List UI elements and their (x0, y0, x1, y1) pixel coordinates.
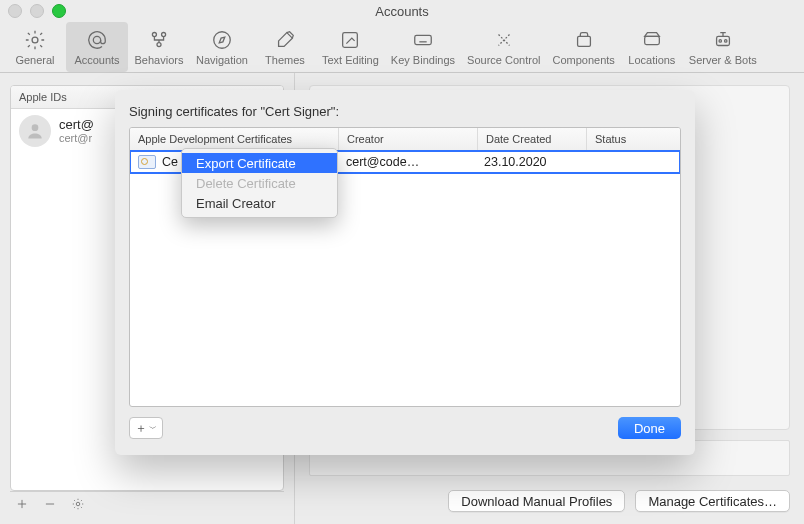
toolbar-label: Behaviors (135, 54, 184, 66)
branch-cross-icon (493, 29, 515, 51)
add-certificate-button[interactable]: ＋ ﹀ (129, 417, 163, 439)
toolbar-label: Source Control (467, 54, 540, 66)
svg-rect-9 (644, 36, 659, 44)
toolbar-components[interactable]: Components (546, 22, 620, 72)
svg-rect-7 (415, 35, 432, 44)
column-header-name[interactable]: Apple Development Certificates (130, 128, 339, 150)
toolbar-label: Components (552, 54, 614, 66)
remove-account-button[interactable] (42, 496, 58, 512)
cert-name-cell: Ce (162, 155, 178, 169)
svg-point-12 (724, 39, 726, 41)
cert-creator-cell: cert@code… (338, 155, 476, 169)
account-primary-label: cert@ (59, 117, 94, 133)
sheet-footer: ＋ ﹀ Done (129, 415, 681, 441)
detail-button-row: Download Manual Profiles Manage Certific… (309, 490, 790, 512)
cert-date-cell: 23.10.2020 (476, 155, 584, 169)
toolbar-label: Locations (628, 54, 675, 66)
toolbar-label: Accounts (74, 54, 119, 66)
text-editing-icon (339, 29, 361, 51)
certificate-icon (138, 155, 156, 169)
sidebar-footer (10, 491, 284, 516)
svg-point-4 (157, 42, 161, 46)
toolbar-source-control[interactable]: Source Control (461, 22, 546, 72)
toolbar-navigation[interactable]: Navigation (190, 22, 254, 72)
toolbar-server-bots[interactable]: Server & Bots (683, 22, 763, 72)
menu-email-creator[interactable]: Email Creator (182, 193, 337, 213)
account-secondary-label: cert@r (59, 132, 94, 145)
manage-certificates-button[interactable]: Manage Certificates… (635, 490, 790, 512)
done-button[interactable]: Done (618, 417, 681, 439)
toolbar-label: Key Bindings (391, 54, 455, 66)
plus-icon: ＋ (135, 420, 147, 437)
svg-point-14 (76, 502, 80, 506)
svg-point-13 (32, 124, 39, 131)
keyboard-icon (412, 29, 434, 51)
behaviors-icon (148, 29, 170, 51)
column-header-creator[interactable]: Creator (339, 128, 478, 150)
paintbrush-icon (274, 29, 296, 51)
menu-delete-certificate: Delete Certificate (182, 173, 337, 193)
svg-point-1 (93, 36, 100, 43)
certificate-context-menu: Export Certificate Delete Certificate Em… (181, 148, 338, 218)
toolbar-label: Text Editing (322, 54, 379, 66)
account-actions-button[interactable] (70, 496, 86, 512)
column-header-status[interactable]: Status (587, 128, 680, 150)
toolbar-themes[interactable]: Themes (254, 22, 316, 72)
signing-certificates-sheet: Signing certificates for "Cert Signer": … (115, 90, 695, 455)
menu-export-certificate[interactable]: Export Certificate (182, 153, 337, 173)
avatar (19, 115, 51, 147)
toolbar-behaviors[interactable]: Behaviors (128, 22, 190, 72)
toolbar-label: Server & Bots (689, 54, 757, 66)
at-sign-icon (86, 29, 108, 51)
package-icon (573, 29, 595, 51)
toolbar-key-bindings[interactable]: Key Bindings (385, 22, 461, 72)
add-account-button[interactable] (14, 496, 30, 512)
toolbar-label: Navigation (196, 54, 248, 66)
disk-icon (641, 29, 663, 51)
column-header-date[interactable]: Date Created (478, 128, 587, 150)
preferences-toolbar: General Accounts Behaviors Navigation Th… (0, 22, 804, 72)
sheet-title: Signing certificates for "Cert Signer": (129, 104, 681, 119)
svg-point-5 (214, 31, 231, 48)
svg-point-11 (719, 39, 721, 41)
toolbar-accounts[interactable]: Accounts (66, 22, 128, 72)
chevron-down-icon: ﹀ (149, 423, 157, 434)
svg-point-0 (32, 37, 38, 43)
toolbar-label: General (15, 54, 54, 66)
toolbar-label: Themes (265, 54, 305, 66)
svg-point-3 (162, 32, 166, 36)
svg-rect-8 (577, 36, 590, 46)
gear-icon (24, 29, 46, 51)
download-manual-profiles-button[interactable]: Download Manual Profiles (448, 490, 625, 512)
compass-icon (211, 29, 233, 51)
titlebar: Accounts (0, 0, 804, 22)
robot-icon (712, 29, 734, 51)
window-title: Accounts (0, 4, 804, 19)
svg-point-2 (152, 32, 156, 36)
toolbar-locations[interactable]: Locations (621, 22, 683, 72)
toolbar-text-editing[interactable]: Text Editing (316, 22, 385, 72)
toolbar-general[interactable]: General (4, 22, 66, 72)
